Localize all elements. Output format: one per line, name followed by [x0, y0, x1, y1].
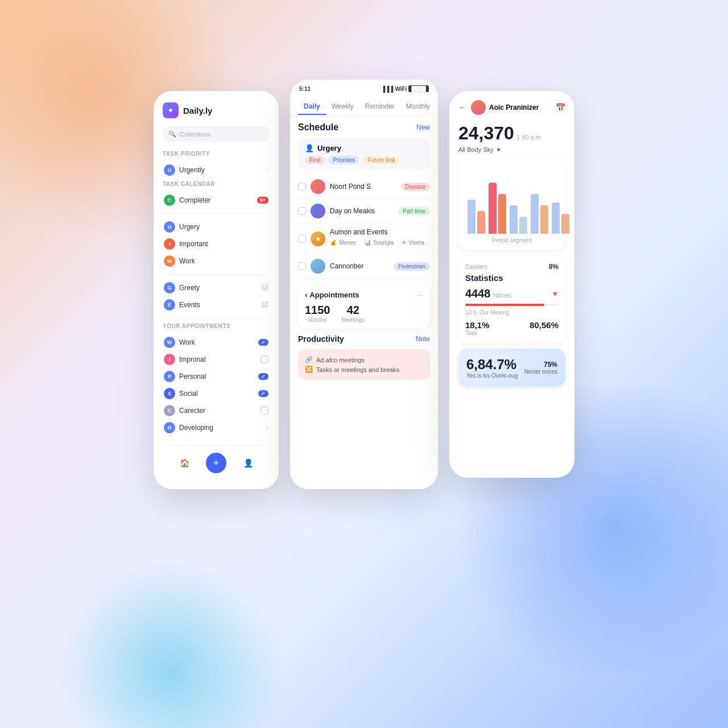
list-item-urgery[interactable]: U Urgery — [163, 218, 270, 235]
bar-4b — [540, 205, 548, 234]
appt-work-badge: ✓ — [258, 339, 268, 346]
right-phone: ← Aoic Praninizer 📅 24,370 1 60 p.m All … — [449, 91, 574, 478]
completed-label: Completer — [179, 196, 210, 204]
bar-2a — [489, 183, 497, 234]
metric-1: 18,1% Tass — [465, 320, 490, 336]
appt-social-badge: ✓ — [258, 390, 268, 397]
status-bar: 5:11 ▐▐▐ WiFi ████ — [290, 80, 438, 94]
appt-header: ‹ Appointments ··· — [305, 290, 423, 299]
big-stats-row: 6,84.7% Yes is iss Ouiric-oug 75% Necier… — [466, 357, 557, 379]
list-item-greety[interactable]: G Greety ☑ — [163, 279, 270, 296]
greety-label: Greety — [179, 284, 200, 292]
chart-card: Period segment — [458, 159, 565, 250]
status-icons: ▐▐▐ WiFi ████ — [381, 85, 429, 92]
greety-icon: G — [164, 282, 175, 293]
list-item-appt-carecter[interactable]: C Carecter — [163, 402, 270, 419]
list-item-appt-work[interactable]: W Work ✓ — [163, 334, 270, 351]
appt-more-icon[interactable]: ··· — [416, 290, 423, 299]
nav-home-button[interactable]: 🏠 — [174, 453, 195, 473]
nav-add-button[interactable]: + — [206, 453, 226, 473]
urgently-label: Urgently — [179, 166, 205, 174]
tab-monthly[interactable]: Monthly — [400, 99, 436, 115]
appt-stat-monitor: 1150 Monitor — [305, 304, 330, 323]
filter-arrow-icon: ▼ — [496, 147, 502, 153]
task3-sub-icons: 💰 Money 📊 Sosrigia ✈ Viseta — [330, 236, 430, 249]
appt-personal-badge: ✓ — [258, 373, 268, 380]
filter-row[interactable]: All Body Sky ▼ — [458, 146, 565, 153]
list-item-appt-social[interactable]: S Social ✓ — [163, 385, 270, 402]
list-item-appt-developing[interactable]: D Developing › — [163, 419, 270, 436]
section-task-calendar: Task Calendar — [163, 181, 270, 187]
task2-checkbox[interactable] — [298, 207, 306, 215]
task2-info: Day on Meakis — [330, 207, 394, 215]
task-item-1[interactable]: Noort Pond S Disease — [298, 175, 430, 199]
appt-developing-arrow: › — [266, 424, 268, 431]
task3-checkbox[interactable] — [298, 235, 306, 243]
metric2-val: 80,56% — [530, 320, 559, 330]
sub-icon-viseta: ✈ Viseta — [402, 239, 424, 246]
tab-weekly[interactable]: Weekly — [326, 99, 359, 115]
list-item-appt-impronal[interactable]: I Impronal — [163, 351, 270, 368]
important-label: Important — [179, 240, 208, 248]
tab-reminder[interactable]: Reminder — [359, 99, 400, 115]
work-label: Work — [179, 257, 195, 265]
task1-name: Noort Pond S — [330, 183, 396, 191]
appt-social-icon: S — [164, 388, 175, 399]
task1-tag: Disease — [400, 183, 430, 191]
bar-3b — [519, 217, 527, 234]
urgently-arrow: › — [266, 167, 268, 173]
bar-1b — [477, 211, 485, 234]
appt-carecter-check[interactable] — [260, 407, 268, 415]
task3-info: Aumon and Events 💰 Money 📊 Sosrigia ✈ — [330, 228, 430, 249]
section-task-priority: Task Priority — [163, 151, 270, 157]
bar-5a — [552, 202, 560, 234]
list-item-appt-personal[interactable]: P Personal ✓ — [163, 368, 270, 385]
productivity-card: 🔗 Ad.afco meetings 🔀 Tasks or meetings a… — [298, 349, 430, 380]
urgery-icon: U — [164, 221, 175, 233]
search-placeholder: Collections — [180, 131, 210, 138]
bg-blob-cyan — [57, 557, 284, 728]
appt-developing-label: Developing — [179, 424, 213, 432]
back-button[interactable]: ← — [458, 103, 466, 112]
list-item-work[interactable]: W Work — [163, 253, 270, 270]
prod-icon-1: 🔗 — [305, 356, 313, 363]
app-header: ✦ Daily.ly — [163, 102, 270, 118]
schedule-new[interactable]: New — [416, 123, 430, 131]
task-item-2[interactable]: Day on Meakis Part time — [298, 199, 430, 224]
sub-icon-sosrigia: 📊 Sosrigia — [364, 239, 394, 246]
list-item-urgently[interactable]: U Urgently › — [163, 162, 270, 179]
chart-group-4 — [531, 194, 548, 234]
task-item-4[interactable]: Cannonber Pedestrian — [298, 254, 430, 279]
calendar-icon[interactable]: 📅 — [556, 103, 565, 112]
completed-badge: 5+ — [257, 197, 268, 204]
search-bar[interactable]: 🔍 Collections — [163, 126, 270, 142]
stats-progress-bar — [465, 304, 559, 306]
nav-profile-button[interactable]: 👤 — [238, 453, 258, 473]
divider1 — [163, 213, 270, 214]
task1-checkbox[interactable] — [298, 183, 306, 191]
appt-developing-icon: D — [164, 422, 175, 433]
list-item-important[interactable]: ! Important — [163, 235, 270, 253]
task-item-3[interactable]: ★ Aumon and Events 💰 Money 📊 Sosrigia — [298, 224, 430, 254]
left-phone: ✦ Daily.ly 🔍 Collections Task Priority U… — [154, 91, 279, 489]
metric-row: 18,1% Tass 80,56% — [465, 320, 559, 336]
big-pct-sub-label: Necier onces — [524, 369, 557, 375]
chart-area — [465, 166, 559, 234]
phones-container: ✦ Daily.ly 🔍 Collections Task Priority U… — [154, 91, 574, 489]
bar-5b — [561, 214, 569, 234]
profile-avatar — [471, 100, 486, 115]
list-item-events[interactable]: E Events ☑ — [163, 296, 270, 313]
productivity-note[interactable]: Note — [416, 335, 430, 343]
task2-tag: Part time — [398, 207, 430, 216]
chart-group-2 — [489, 183, 506, 234]
tag-priorities: Priorities — [328, 156, 359, 164]
task4-checkbox[interactable] — [298, 262, 306, 270]
tab-daily[interactable]: Daily — [298, 99, 326, 115]
battery-icon: ████ — [408, 85, 429, 92]
events-check: ☑ — [262, 301, 268, 309]
list-item-completed[interactable]: C Completer 5+ — [163, 192, 270, 209]
appt-impronal-check[interactable] — [260, 355, 268, 363]
divider2 — [163, 274, 270, 275]
prod-item-2: 🔀 Tasks or meetings and breaks — [305, 366, 423, 373]
appt-personal-label: Personal — [179, 373, 206, 380]
